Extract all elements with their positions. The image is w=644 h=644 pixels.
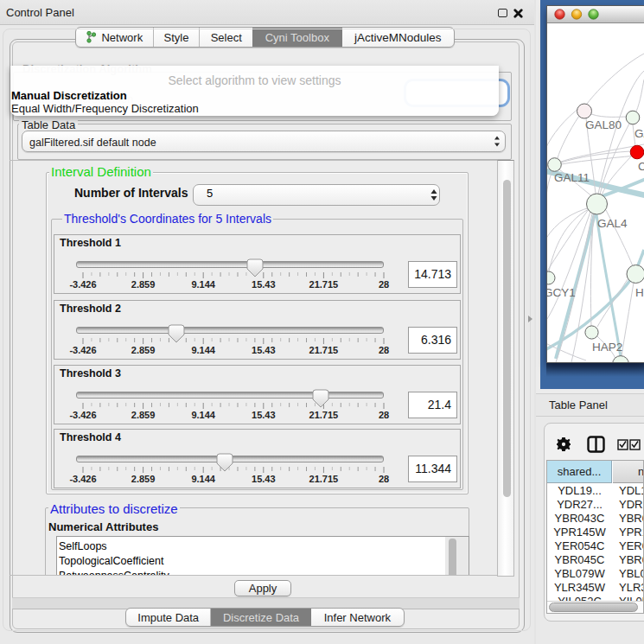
svg-text:GAL11: GAL11 bbox=[554, 171, 590, 184]
svg-text:GAL80: GAL80 bbox=[585, 118, 622, 131]
svg-text:H: H bbox=[635, 286, 644, 299]
svg-text:HAP2: HAP2 bbox=[592, 341, 622, 354]
svg-text:GA: GA bbox=[634, 127, 644, 140]
svg-text:GAL4: GAL4 bbox=[597, 217, 628, 230]
svg-text:GCY1: GCY1 bbox=[547, 286, 576, 299]
svg-text:CY: CY bbox=[638, 160, 644, 173]
